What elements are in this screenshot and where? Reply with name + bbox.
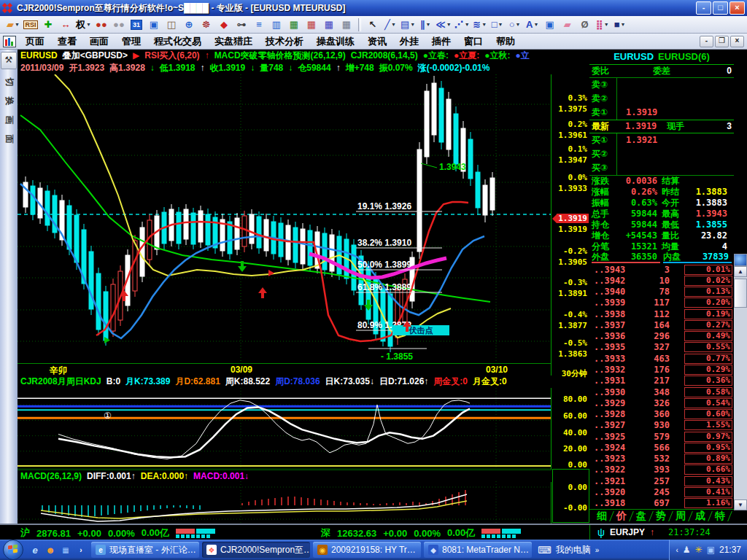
eraser-tool-icon[interactable]: ▰ bbox=[559, 17, 576, 33]
axis-price-label: 1.3933 bbox=[558, 184, 587, 193]
taskbar-clock[interactable]: 21:37 bbox=[719, 545, 741, 555]
toolbar-chevron-icon[interactable]: » bbox=[595, 546, 600, 554]
tray-user-icon[interactable]: ♟ bbox=[683, 545, 691, 555]
calendar-icon[interactable]: 31 bbox=[128, 17, 145, 33]
macd-indicator-chart[interactable] bbox=[18, 481, 551, 524]
messenger-quicklaunch-icon[interactable]: ☻ bbox=[44, 544, 56, 556]
menu-item-操盘训练[interactable]: 操盘训练 bbox=[310, 34, 361, 50]
fan-lines-tool-icon[interactable]: ≪▼ bbox=[434, 17, 453, 33]
ask-row: 卖①1.3919 bbox=[589, 106, 734, 120]
menu-item-页面[interactable]: 页面 bbox=[19, 34, 51, 50]
ladder-row: ..39245660.95% bbox=[591, 442, 732, 453]
tray-network-icon[interactable]: ▣ bbox=[707, 545, 715, 555]
menu-item-技术分析[interactable]: 技术分析 bbox=[259, 34, 310, 50]
start-button[interactable] bbox=[3, 540, 23, 560]
candlestick-chart[interactable]: 19.1% 1.392638.2% 1.391050.0% 1.389961.8… bbox=[18, 74, 551, 363]
menu-item-管理[interactable]: 管理 bbox=[115, 34, 147, 50]
menu-item-帮助[interactable]: 帮助 bbox=[489, 34, 522, 50]
axis-price-label: 1.3975 bbox=[558, 104, 587, 114]
status-clock: 21:37:24 bbox=[668, 527, 711, 537]
move-cross-icon[interactable]: ✚ bbox=[39, 17, 57, 33]
waipan-value: 36350 bbox=[609, 252, 660, 262]
trendline-tool-icon[interactable]: ╱▼ bbox=[382, 17, 399, 33]
text-tool-icon[interactable]: A▼ bbox=[524, 17, 541, 33]
menu-item-画面[interactable]: 画面 bbox=[83, 34, 115, 50]
taskbar-task-button[interactable]: ◉2009219158: HY Tr… bbox=[313, 542, 421, 558]
copy-tool-icon[interactable]: ▣ bbox=[541, 17, 559, 33]
save-layout-icon[interactable]: ■▼ bbox=[611, 17, 629, 33]
ie-quicklaunch-icon[interactable]: e bbox=[29, 544, 41, 556]
plugin-plug-icon[interactable]: ⊶ bbox=[233, 17, 250, 33]
keyboard-icon[interactable]: ⌨ bbox=[538, 545, 551, 556]
title-bar[interactable]: CJR2000!Sempron至尊行情分析软件!o~S████ - 专业版 - … bbox=[0, 0, 747, 16]
chart-header-ohlc: 2011/03/09开1.3923高1.3928↓低1.3918↑收1.3919… bbox=[18, 62, 554, 74]
cjr-logo-icon: ❖ bbox=[206, 545, 217, 555]
taskbar-task-button[interactable]: ❖CJR2000!Sempron至… bbox=[202, 542, 310, 558]
maximize-button[interactable]: □ bbox=[713, 1, 728, 15]
layout-rows-icon[interactable]: ≡ bbox=[250, 17, 268, 33]
scroll-up-button[interactable]: ▲ bbox=[734, 266, 747, 277]
menu-item-窗口[interactable]: 窗口 bbox=[457, 34, 489, 50]
my-computer-label[interactable]: 我的电脑 bbox=[556, 544, 591, 556]
rights-adjust-icon[interactable]: 权▼ bbox=[74, 17, 93, 33]
mdi-restore-button[interactable]: ❐ bbox=[715, 36, 729, 47]
globe-icon[interactable] bbox=[734, 254, 747, 266]
layout-columns-icon[interactable]: ▥ bbox=[268, 17, 285, 33]
menu-item-查看[interactable]: 查看 bbox=[51, 34, 83, 50]
pointer-tool-icon[interactable]: ↖ bbox=[364, 17, 382, 33]
hlines-tool-icon[interactable]: ▤▼ bbox=[399, 17, 417, 33]
channel-tool-icon[interactable]: ⋰▼ bbox=[453, 17, 471, 33]
alert-bell-icon[interactable]: ◆ bbox=[215, 17, 233, 33]
tools-hammer-icon[interactable]: ⚒ bbox=[1, 52, 17, 69]
lock-tool-icon[interactable]: Ø bbox=[576, 17, 594, 33]
ladder-row: ..39223930.66% bbox=[591, 464, 732, 475]
current-price-badge: 1.3919 bbox=[552, 214, 589, 223]
rect-tool-icon[interactable]: □▼ bbox=[489, 17, 506, 33]
tray-alert-icon[interactable]: ✳ bbox=[695, 545, 703, 555]
rsi-indicator-icon[interactable]: RSI bbox=[22, 17, 39, 33]
kdj-axis-tick: 40.00 bbox=[563, 428, 587, 438]
menu-item-外挂[interactable]: 外挂 bbox=[393, 34, 425, 50]
vlines-tool-icon[interactable]: ∥▼ bbox=[417, 17, 434, 33]
report-copy-icon[interactable]: ▣ bbox=[145, 17, 163, 33]
kdj-indicator-chart[interactable]: ① bbox=[18, 388, 551, 470]
sz-index-amt: 0.00亿 bbox=[447, 526, 475, 540]
chart-window-icon-2[interactable]: ▦ bbox=[303, 17, 320, 33]
axis-price-label: 1.3905 bbox=[558, 257, 587, 267]
web-palette-icon[interactable]: ☸ bbox=[198, 17, 215, 33]
menu-item-实盘猎庄[interactable]: 实盘猎庄 bbox=[208, 34, 259, 50]
menu-item-插件[interactable]: 插件 bbox=[425, 34, 457, 50]
taskbar-task-button[interactable]: e现场直播室 - 外汇论… bbox=[91, 542, 199, 558]
mdi-minimize-button[interactable]: - bbox=[700, 36, 713, 47]
scrollbar-thumb[interactable] bbox=[734, 279, 747, 308]
open-page-icon[interactable]: ▰▼ bbox=[4, 17, 22, 33]
chart-window-icon-1[interactable]: ▦ bbox=[285, 17, 303, 33]
menu-item-资讯[interactable]: 资讯 bbox=[361, 34, 393, 50]
signal-lights-icon[interactable]: ●● bbox=[93, 17, 110, 33]
taskbar-task-button[interactable]: ◆8081: MetaTrader N… bbox=[424, 542, 532, 558]
menu-item-程式化交易[interactable]: 程式化交易 bbox=[147, 34, 208, 50]
chart-window-icon-3[interactable]: ▦ bbox=[320, 17, 338, 33]
minimize-button[interactable]: - bbox=[696, 1, 711, 15]
book-icon[interactable]: ◫ bbox=[163, 17, 180, 33]
symbol-name: EURUSD(6) bbox=[658, 51, 710, 62]
ellipse-tool-icon[interactable]: ○▼ bbox=[506, 17, 524, 33]
hatch-tool-icon[interactable]: ≋▼ bbox=[471, 17, 489, 33]
mdi-close-button[interactable]: × bbox=[730, 36, 744, 47]
quicklaunch-chevron-icon[interactable]: › bbox=[75, 544, 87, 556]
search-quote-icon[interactable]: ⊕ bbox=[180, 17, 198, 33]
scroll-down-button[interactable]: ▼ bbox=[734, 499, 747, 510]
tray-collapse-icon[interactable]: ‹ bbox=[676, 546, 678, 554]
desktop-quicklaunch-icon[interactable]: ▦ bbox=[60, 544, 71, 556]
scale-arrows-icon[interactable]: ↔ bbox=[57, 17, 74, 33]
waipan-label: 外盘 bbox=[592, 251, 609, 263]
ohlc-token: 仓59844 bbox=[298, 62, 330, 74]
ohlc-token: ↓ bbox=[288, 62, 293, 74]
close-button[interactable]: × bbox=[729, 1, 745, 15]
gray-lights-icon[interactable]: ●● bbox=[110, 17, 128, 33]
system-tray: ‹ ♟ ✳ ▣ 21:37 bbox=[669, 540, 747, 560]
indicator-token: ↑ bbox=[205, 50, 209, 62]
chart-window-icon-4[interactable]: ▦ bbox=[338, 17, 355, 33]
indicator-token: ●立秋: bbox=[484, 50, 510, 62]
palette-colors-icon[interactable]: ⣿▼ bbox=[594, 17, 611, 33]
